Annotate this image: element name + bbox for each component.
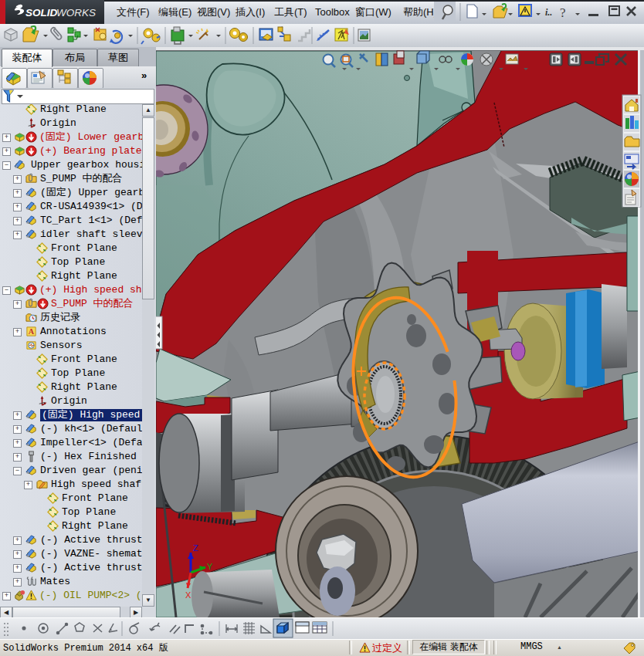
svg-text:Y: Y xyxy=(207,562,213,571)
svg-text:X: X xyxy=(185,590,192,600)
svg-text:Z: Z xyxy=(193,543,198,553)
svg-text:i..: i.. xyxy=(545,7,552,18)
svg-text:?: ? xyxy=(560,5,566,20)
